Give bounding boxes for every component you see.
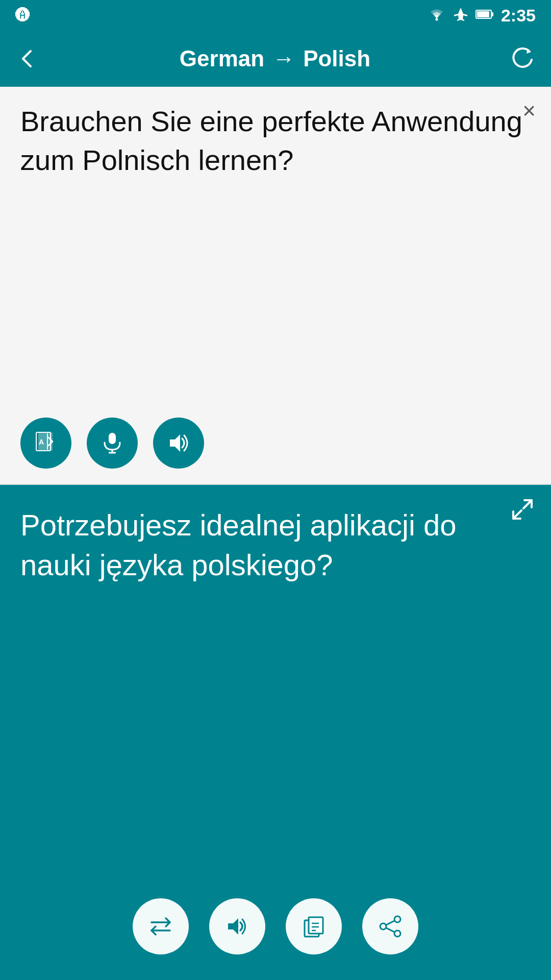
source-panel: Brauchen Sie eine perfekte Anwendung zum… (0, 87, 551, 485)
share-button[interactable] (362, 898, 418, 954)
translation-actions (133, 898, 418, 954)
back-button[interactable] (15, 46, 41, 71)
translation-text: Potrzebujesz idealnej aplikacji do nauki… (20, 505, 531, 585)
source-actions: A (20, 418, 204, 469)
tts-source-button[interactable] (153, 418, 204, 469)
svg-rect-3 (491, 12, 493, 16)
expand-button[interactable] (509, 496, 536, 527)
status-bar-left: 🅐 (15, 7, 31, 24)
svg-point-17 (394, 916, 400, 922)
svg-text:A: A (39, 438, 44, 446)
svg-rect-7 (109, 433, 116, 444)
direction-arrow: → (272, 46, 295, 71)
wifi-icon (428, 7, 446, 23)
dictionary-button[interactable]: A (20, 418, 71, 469)
svg-line-20 (386, 921, 394, 925)
translation-direction: German → Polish (180, 46, 370, 71)
microphone-button[interactable] (87, 418, 138, 469)
clear-button[interactable]: × (522, 98, 536, 124)
translation-panel: Potrzebujesz idealnej aplikacji do nauki… (0, 485, 551, 980)
svg-point-0 (435, 18, 438, 21)
status-bar-right: 2:35 (428, 6, 536, 26)
target-language: Polish (303, 46, 370, 71)
svg-point-18 (380, 923, 386, 929)
battery-icon (475, 9, 494, 22)
main-content: Brauchen Sie eine perfekte Anwendung zum… (0, 87, 551, 980)
source-language: German (180, 46, 264, 71)
reset-button[interactable] (509, 45, 536, 72)
swap-button[interactable] (133, 898, 189, 954)
tts-translation-button[interactable] (209, 898, 265, 954)
status-time: 2:35 (501, 6, 536, 26)
svg-marker-10 (170, 434, 180, 452)
nav-bar: German → Polish (0, 31, 551, 87)
svg-line-21 (386, 928, 394, 932)
app-icon: 🅐 (15, 7, 31, 24)
source-text[interactable]: Brauchen Sie eine perfekte Anwendung zum… (20, 102, 531, 179)
svg-marker-11 (228, 918, 238, 935)
copy-button[interactable] (286, 898, 342, 954)
status-bar: 🅐 2:35 (0, 0, 551, 31)
svg-point-19 (394, 930, 400, 937)
svg-rect-2 (477, 11, 489, 17)
airplane-icon (453, 7, 468, 24)
